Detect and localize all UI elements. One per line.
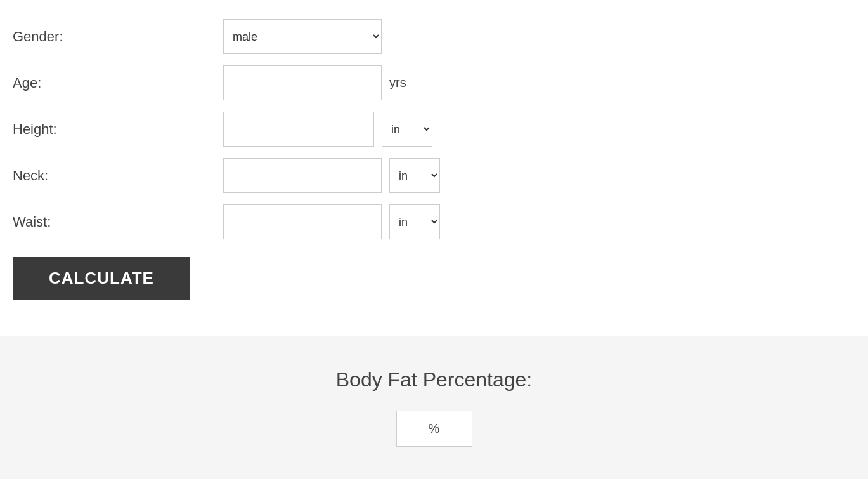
gender-label: Gender: — [13, 29, 216, 45]
age-unit-label: yrs — [389, 76, 406, 90]
waist-unit-select[interactable]: in cm — [389, 204, 440, 239]
neck-input[interactable] — [223, 158, 382, 193]
neck-unit-select[interactable]: in cm — [389, 158, 440, 193]
height-label: Height: — [13, 121, 216, 138]
height-unit-select[interactable]: in cm — [382, 112, 432, 147]
height-input[interactable] — [223, 112, 374, 147]
calculate-row: CALCULATE — [13, 251, 855, 300]
waist-input[interactable] — [223, 204, 382, 239]
age-label: Age: — [13, 75, 216, 91]
result-title: Body Fat Percentage: — [13, 368, 855, 392]
neck-label: Neck: — [13, 168, 216, 184]
gender-row: Gender: male female — [13, 19, 855, 54]
form-section: Gender: male female Age: yrs Height: in … — [0, 0, 868, 330]
neck-row: Neck: in cm — [13, 158, 855, 193]
waist-row: Waist: in cm — [13, 204, 855, 239]
age-row: Age: yrs — [13, 65, 855, 100]
waist-label: Waist: — [13, 214, 216, 230]
result-value: % — [396, 411, 472, 447]
age-input[interactable] — [223, 65, 382, 100]
result-section: Body Fat Percentage: % — [0, 336, 868, 479]
gender-select[interactable]: male female — [223, 19, 382, 54]
height-row: Height: in cm — [13, 112, 855, 147]
calculate-button[interactable]: CALCULATE — [13, 257, 190, 300]
